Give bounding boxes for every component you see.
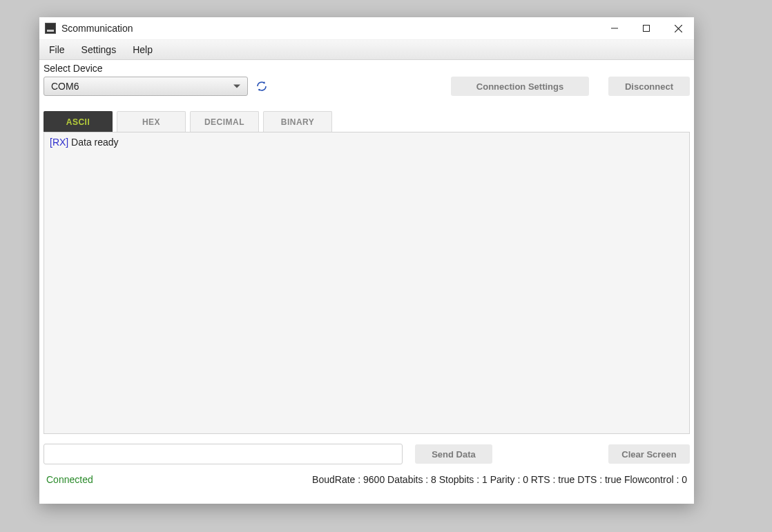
app-window: Scommunication File Settings Help Select… bbox=[39, 17, 694, 504]
menu-file[interactable]: File bbox=[49, 44, 65, 55]
window-title: Scommunication bbox=[61, 23, 599, 34]
rx-tag: [RX] bbox=[50, 137, 68, 148]
titlebar: Scommunication bbox=[39, 17, 694, 39]
tab-binary[interactable]: BINARY bbox=[263, 111, 332, 132]
tab-decimal[interactable]: DECIMAL bbox=[190, 111, 259, 132]
device-row: COM6 Connection Settings Disconnect bbox=[44, 77, 690, 96]
console-output[interactable]: [RX] Data ready bbox=[44, 132, 690, 434]
disconnect-button[interactable]: Disconnect bbox=[608, 77, 690, 96]
send-input[interactable] bbox=[44, 444, 403, 464]
chevron-down-icon bbox=[233, 85, 240, 88]
device-select-value: COM6 bbox=[51, 81, 79, 92]
refresh-icon[interactable] bbox=[255, 79, 269, 93]
menu-settings[interactable]: Settings bbox=[81, 44, 117, 55]
connection-settings-button[interactable]: Connection Settings bbox=[451, 77, 589, 96]
menu-help[interactable]: Help bbox=[133, 44, 153, 55]
minimize-button[interactable] bbox=[599, 17, 630, 39]
rx-text: Data ready bbox=[68, 137, 118, 148]
close-button[interactable] bbox=[662, 17, 694, 39]
menubar: File Settings Help bbox=[39, 39, 694, 60]
maximize-button[interactable] bbox=[630, 17, 662, 39]
svg-rect-1 bbox=[644, 26, 650, 32]
device-select[interactable]: COM6 bbox=[44, 77, 248, 96]
select-device-label: Select Device bbox=[44, 60, 690, 77]
window-controls bbox=[599, 17, 694, 39]
format-tabs: ASCII HEX DECIMAL BINARY bbox=[44, 111, 690, 132]
send-row: Send Data Clear Screen bbox=[44, 444, 690, 464]
clear-screen-button[interactable]: Clear Screen bbox=[608, 444, 690, 464]
status-connection: Connected bbox=[46, 474, 93, 485]
tab-ascii[interactable]: ASCII bbox=[44, 111, 113, 132]
status-info: BoudRate : 9600 Databits : 8 Stopbits : … bbox=[312, 474, 687, 485]
console-line: [RX] Data ready bbox=[50, 137, 684, 148]
status-bar: Connected BoudRate : 9600 Databits : 8 S… bbox=[44, 469, 690, 491]
app-icon bbox=[45, 23, 56, 34]
send-data-button[interactable]: Send Data bbox=[415, 444, 492, 464]
tab-hex[interactable]: HEX bbox=[117, 111, 186, 132]
content-area: Select Device COM6 Connection Settings D… bbox=[39, 60, 694, 504]
